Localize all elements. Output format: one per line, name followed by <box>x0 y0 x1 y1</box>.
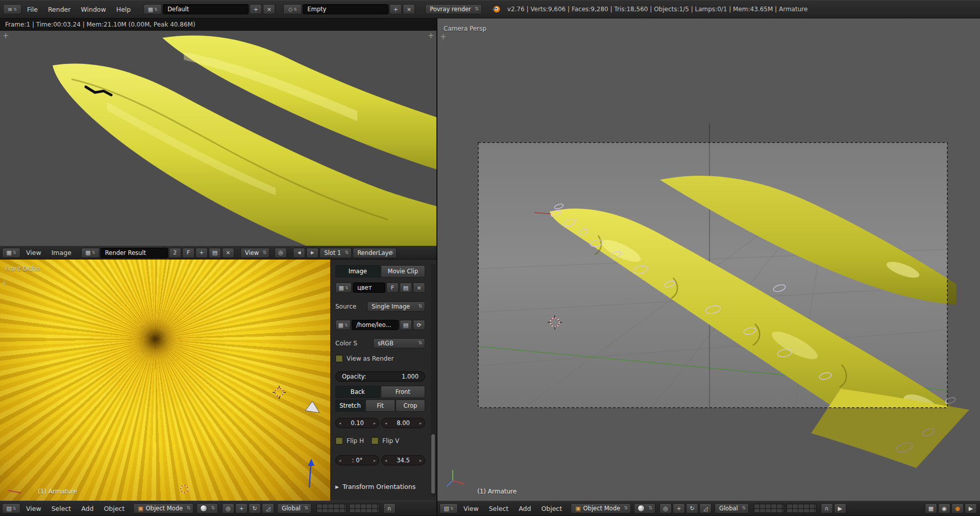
menu-select[interactable]: Select <box>484 505 513 512</box>
fit-toggle[interactable]: Fit <box>365 400 395 412</box>
pivot-center-button[interactable]: ◎ <box>222 503 234 513</box>
delete-scene-button[interactable]: × <box>403 4 415 14</box>
opacity-slider[interactable]: Opacity: 1.000 <box>335 371 425 382</box>
unlink-button[interactable]: × <box>413 283 425 293</box>
next-slot-button[interactable]: ▶ <box>306 248 318 258</box>
snap-element-button[interactable]: ▶ <box>834 503 846 513</box>
region-expand-icon[interactable]: + <box>1 280 8 286</box>
menu-file[interactable]: File <box>22 6 42 13</box>
bone-axis-arrow[interactable] <box>308 459 314 487</box>
tab-movie-clip[interactable]: Movie Clip <box>381 265 426 277</box>
pin-button[interactable]: ◎ <box>275 248 287 258</box>
playback-button[interactable]: ▶ <box>965 503 977 513</box>
menu-window[interactable]: Window <box>76 6 110 13</box>
menu-render[interactable]: Render <box>43 6 76 13</box>
menu-object[interactable]: Object <box>536 505 567 512</box>
add-scene-button[interactable]: + <box>389 4 402 14</box>
menu-help[interactable]: Help <box>112 6 136 13</box>
view-as-render-checkbox[interactable] <box>335 355 343 362</box>
scrollbar-thumb[interactable] <box>431 434 435 494</box>
manipulator-scale-button[interactable]: ◿ <box>699 503 712 513</box>
snap-button[interactable]: ∩ <box>821 503 833 513</box>
camera-viewport[interactable] <box>437 18 980 501</box>
size-field[interactable]: 34.5 <box>381 455 425 465</box>
image-name-field[interactable]: цвет <box>353 283 385 293</box>
pack-button[interactable]: ▤ <box>400 283 412 293</box>
area-separator[interactable] <box>436 18 437 516</box>
new-image-button[interactable]: + <box>195 248 208 258</box>
filepath-field[interactable]: /home/leo... <box>352 320 399 330</box>
menu-view[interactable]: View <box>21 505 46 512</box>
render-result-viewport[interactable] <box>0 31 437 246</box>
pivot-center-button[interactable]: ◎ <box>659 503 672 513</box>
image-browse-button[interactable]: ▦ ⇅ <box>81 248 100 258</box>
pack-image-button[interactable]: ▤ <box>209 248 221 258</box>
menu-add[interactable]: Add <box>77 505 98 512</box>
scene-name-field[interactable]: Empty <box>303 4 388 14</box>
offset-x-field[interactable]: 0.10 <box>335 418 379 428</box>
manipulator-rotate-button[interactable]: ↻ <box>686 503 698 513</box>
rotation-field[interactable]: : 0° <box>335 455 379 465</box>
region-expand-icon[interactable]: + <box>428 33 434 39</box>
depth-front-toggle[interactable]: Front <box>381 386 426 398</box>
editor-type-button[interactable]: ▧ ⇅ <box>439 503 458 513</box>
display-channels-dropdown[interactable]: View <box>240 248 270 258</box>
manipulator-translate-button[interactable]: + <box>235 503 248 513</box>
render-layer-dropdown[interactable]: RenderLaye <box>353 248 397 258</box>
render-engine-dropdown[interactable]: Povray render <box>425 4 482 14</box>
manipulator-translate-button[interactable]: + <box>673 503 685 513</box>
colorspace-dropdown[interactable]: sRGB <box>373 338 425 348</box>
layers-widget[interactable] <box>754 504 784 513</box>
panel-scrollbar[interactable] <box>431 264 435 497</box>
image-browse-button[interactable]: ▦ ⇅ <box>335 283 352 293</box>
snap-button[interactable]: ∩ <box>383 503 396 513</box>
fake-user-button[interactable]: F <box>182 248 194 258</box>
delete-layout-button[interactable]: × <box>263 4 275 14</box>
screen-layout-name-field[interactable]: Default <box>163 4 249 14</box>
fake-user-button[interactable]: F <box>386 283 399 293</box>
reload-image-button[interactable]: ⟳ <box>413 320 425 330</box>
empty-object-marker[interactable] <box>305 401 320 413</box>
3d-cursor[interactable] <box>273 386 286 399</box>
users-count-button[interactable]: 2 <box>169 248 181 258</box>
menu-add[interactable]: Add <box>514 505 535 512</box>
slot-dropdown[interactable]: Slot 1 <box>320 248 352 258</box>
file-browse-button[interactable]: ▤ <box>400 320 412 330</box>
menu-view[interactable]: View <box>459 505 483 512</box>
region-expand-icon[interactable]: + <box>3 33 9 39</box>
viewport-shading-dropdown[interactable] <box>197 503 218 513</box>
opengl-render-button[interactable]: ◉ <box>938 503 950 513</box>
editor-type-button[interactable]: ▧ ⇅ <box>2 503 20 513</box>
offset-y-field[interactable]: 8.00 <box>381 418 425 428</box>
depth-back-toggle[interactable]: Back <box>335 386 380 398</box>
image-datablock-field[interactable]: Render Result <box>101 248 168 258</box>
region-expand-icon[interactable]: + <box>440 34 447 40</box>
mode-dropdown[interactable]: ▣ Object Mode <box>571 503 631 513</box>
menu-select[interactable]: Select <box>47 505 76 512</box>
editor-type-button[interactable]: ≡ ⇅ <box>3 4 21 14</box>
layers-widget[interactable] <box>787 504 817 513</box>
transform-orientation-dropdown[interactable]: Global <box>277 503 311 513</box>
menu-object[interactable]: Object <box>99 505 129 512</box>
tab-image[interactable]: Image <box>335 265 380 277</box>
transform-orientations-panel-header[interactable]: ▶ Transform Orientations <box>335 483 425 490</box>
editor-type-button[interactable]: ▦ ⇅ <box>2 248 20 258</box>
image-icon-button[interactable]: ▦ ⇅ <box>335 320 351 330</box>
source-dropdown[interactable]: Single Image <box>367 301 425 312</box>
scene-browse-button[interactable]: ◇ ⇅ <box>283 4 302 14</box>
layers-widget[interactable] <box>316 504 347 513</box>
transform-orientation-dropdown[interactable]: Global <box>715 503 749 513</box>
menu-image[interactable]: Image <box>47 249 76 256</box>
3d-cursor[interactable] <box>181 485 188 492</box>
crop-toggle[interactable]: Crop <box>396 400 425 412</box>
screen-layout-browse-button[interactable]: ▦ ⇅ <box>143 4 162 14</box>
render-border-button[interactable]: ▦ <box>925 503 937 513</box>
viewport-shading-dropdown[interactable] <box>634 503 655 513</box>
mode-dropdown[interactable]: ▣ Object Mode <box>133 503 193 513</box>
add-layout-button[interactable]: + <box>250 4 262 14</box>
manipulator-rotate-button[interactable]: ↻ <box>249 503 261 513</box>
flip-h-checkbox[interactable] <box>335 437 343 444</box>
menu-view[interactable]: View <box>21 249 46 256</box>
stretch-toggle[interactable]: Stretch <box>335 400 365 412</box>
manipulator-scale-button[interactable]: ◿ <box>262 503 274 513</box>
